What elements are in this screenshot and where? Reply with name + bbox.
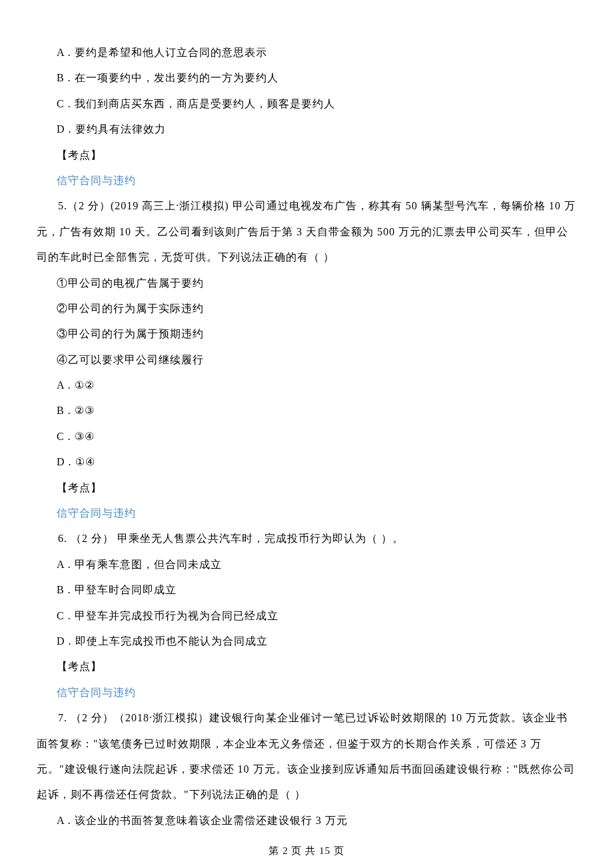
q4-option-d: D . 要约具有法律效力 bbox=[37, 117, 576, 142]
q5-topic-link[interactable]: 信守合同与违约 bbox=[37, 501, 576, 526]
q5-statement-2: ②甲公司的行为属于实际违约 bbox=[37, 296, 576, 321]
q5-option-b: B . ②③ bbox=[37, 398, 576, 423]
q5-option-a: A . ①② bbox=[37, 373, 576, 398]
q5-statement-3: ③甲公司的行为属于预期违约 bbox=[37, 321, 576, 347]
q4-option-a: A . 要约是希望和他人订立合同的意思表示 bbox=[37, 40, 576, 65]
q5-statement-1: ①甲公司的电视广告属于要约 bbox=[37, 271, 576, 296]
q6-option-a: A . 甲有乘车意图，但合同未成立 bbox=[37, 552, 576, 577]
q7-text: 7. （2 分）（2018·浙江模拟）建设银行向某企业催讨一笔已过诉讼时效期限的… bbox=[37, 705, 576, 808]
q6-topic-link[interactable]: 信守合同与违约 bbox=[37, 680, 576, 705]
q7-option-a: A . 该企业的书面答复意味着该企业需偿还建设银行 3 万元 bbox=[37, 808, 576, 833]
q5-option-d: D . ①④ bbox=[37, 449, 576, 475]
q5-text: 5.（2 分）(2019 高三上·浙江模拟) 甲公司通过电视发布广告，称其有 5… bbox=[37, 193, 576, 270]
q4-option-c: C . 我们到商店买东西，商店是受要约人，顾客是要约人 bbox=[37, 91, 576, 117]
q4-option-b: B . 在一项要约中，发出要约的一方为要约人 bbox=[37, 65, 576, 91]
q5-exam-point-label: 【考点】 bbox=[37, 475, 576, 501]
page-footer: 第 2 页 共 15 页 bbox=[37, 839, 576, 863]
q4-topic-link[interactable]: 信守合同与违约 bbox=[37, 168, 576, 193]
q6-option-c: C . 甲登车并完成投币行为视为合同已经成立 bbox=[37, 603, 576, 629]
q4-exam-point-label: 【考点】 bbox=[37, 143, 576, 168]
q5-statement-4: ④乙可以要求甲公司继续履行 bbox=[37, 347, 576, 373]
q6-option-b: B . 甲登车时合同即成立 bbox=[37, 577, 576, 603]
q5-option-c: C . ③④ bbox=[37, 424, 576, 449]
q6-exam-point-label: 【考点】 bbox=[37, 654, 576, 679]
q6-option-d: D . 即使上车完成投币也不能认为合同成立 bbox=[37, 629, 576, 654]
q6-text: 6. （2 分） 甲乘坐无人售票公共汽车时，完成投币行为即认为（ ）。 bbox=[37, 526, 576, 551]
